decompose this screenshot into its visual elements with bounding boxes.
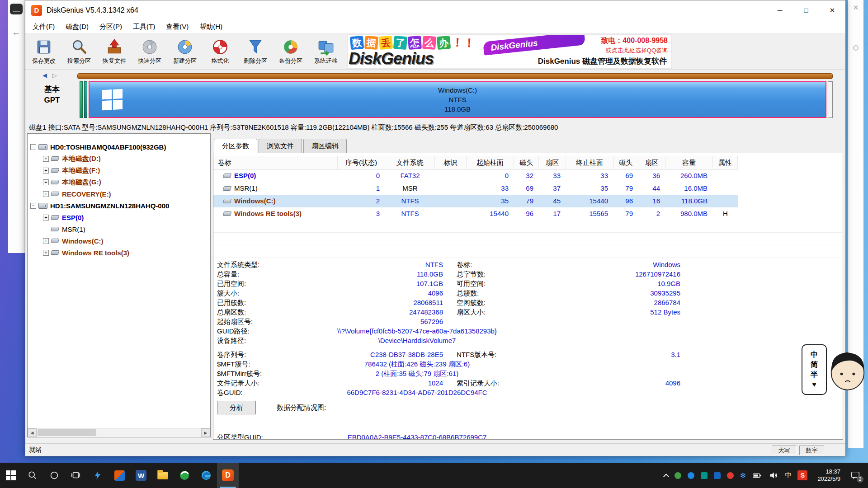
partition-type-guid-row: 分区类型GUID: EBD0A0A2-B9E5-4433-87C0-68B6B7… (213, 432, 843, 440)
pinned-app-lightning[interactable] (87, 463, 108, 488)
taskbar: W D ❄ 中 S 18:37 2022/5/9 2 (0, 463, 868, 488)
menu-file[interactable]: 文件(F) (27, 20, 60, 33)
expand-icon[interactable]: + (43, 215, 49, 221)
volume-indicator[interactable] (765, 463, 782, 488)
scroll-left-icon[interactable]: ◀ (28, 428, 37, 437)
recovery-partition-sliver[interactable] (828, 81, 833, 118)
scrollbar-thumb[interactable] (38, 429, 96, 436)
table-empty-row (213, 245, 842, 258)
esp-partition-sliver[interactable] (80, 81, 83, 118)
table-row-msr[interactable]: MSR(1) 1 MSR 33 69 37 35 79 44 16.0MB (213, 182, 738, 195)
tab-browse-files[interactable]: 浏览文件 (259, 139, 302, 153)
format-button[interactable]: 格式化 (203, 35, 238, 68)
sogou-icon: S (797, 470, 807, 480)
action-center-button[interactable]: 2 (847, 463, 863, 488)
scrollbar-track[interactable] (37, 428, 201, 437)
maximize-button[interactable]: □ (793, 0, 819, 20)
menu-disk[interactable]: 磁盘(D) (60, 20, 94, 33)
banner-qq-link[interactable]: 或点击此处选择QQ咨询 (601, 47, 668, 55)
tab-sector-edit[interactable]: 扇区编辑 (303, 139, 347, 153)
tray-app-4[interactable] (711, 463, 724, 488)
table-row-windows-re[interactable]: Windows RE tools(3) 3 NTFS 15440 96 17 1… (213, 207, 738, 220)
expand-icon[interactable]: + (43, 156, 49, 162)
tree-item-esp[interactable]: + ESP(0) (28, 211, 210, 223)
expand-icon[interactable]: + (43, 238, 49, 244)
tray-app-2[interactable] (684, 463, 698, 488)
ime-lang-button[interactable]: 中 (811, 350, 818, 359)
tray-app-1[interactable] (671, 463, 684, 488)
next-disk-icon[interactable]: ▷ (52, 72, 57, 79)
scroll-right-icon[interactable]: ▶ (201, 428, 210, 437)
tray-app-3[interactable] (698, 463, 711, 488)
menubar: 文件(F) 磁盘(D) 分区(P) 工具(T) 查看(V) 帮助(H) (25, 20, 845, 33)
diskgenius-taskbar-button[interactable]: D (217, 463, 239, 488)
battery-indicator[interactable] (749, 463, 765, 488)
expand-icon[interactable]: + (43, 179, 49, 185)
tree-item-msr[interactable]: MSR(1) (28, 223, 210, 235)
tray-snowflake[interactable]: ❄ (737, 463, 749, 488)
ad-banner[interactable]: DiskGenius 数 据 丢 了 怎 么 办 ！！ DiskGenius 致… (347, 34, 672, 69)
tree-item-windows-re[interactable]: + Windows RE tools(3) (28, 247, 210, 258)
tree-disk-hd1[interactable]: − HD1:SAMSUNGMZNLN128HAHQ-000 (28, 200, 210, 211)
tree-item-windows-c[interactable]: + Windows(C:) (28, 235, 210, 247)
tree-disk-hd0[interactable]: − HD0:TOSHIBAMQ04ABF100(932GB) (28, 141, 210, 153)
new-partition-button[interactable]: 新建分区 (167, 35, 203, 68)
minimize-button[interactable]: ─ (767, 0, 793, 20)
tree-item-local-g[interactable]: + 本地磁盘(G:) (28, 176, 210, 188)
tree-item-local-f[interactable]: + 本地磁盘(F:) (28, 164, 210, 176)
file-explorer-button[interactable] (152, 463, 174, 488)
windows-c-partition-block[interactable]: Windows(C:) NTFS 118.0GB (89, 81, 826, 118)
quick-partition-icon (141, 38, 158, 56)
analyze-button[interactable]: 分析 (217, 401, 256, 414)
diskgenius-window: D DiskGenius V5.4.3.1342 x64 ─ □ ✕ 文件(F)… (25, 0, 846, 456)
taskbar-clock[interactable]: 18:37 2022/5/9 (811, 463, 847, 488)
pinned-app-green-browser[interactable] (174, 463, 195, 488)
partition-name: Windows(C:) (438, 85, 477, 95)
system-migration-button[interactable]: 系统迁移 (308, 35, 344, 68)
start-button[interactable] (0, 463, 22, 488)
back-arrow-icon[interactable]: ← (12, 27, 21, 38)
navy-app-icon (714, 472, 721, 479)
tray-expand-button[interactable] (661, 463, 671, 488)
language-indicator[interactable]: 中 (782, 463, 794, 488)
background-close-icon[interactable]: ✕ (848, 4, 863, 12)
delete-partition-button[interactable]: 删除分区 (238, 35, 273, 68)
collapse-icon[interactable]: − (30, 144, 36, 150)
edge-button[interactable] (195, 463, 217, 488)
ime-simplified-button[interactable]: 简 (811, 360, 818, 369)
collapse-icon[interactable]: − (30, 203, 36, 209)
sogou-input-button[interactable]: S (794, 463, 811, 488)
task-view-button[interactable] (65, 463, 87, 488)
pinned-app-word[interactable]: W (130, 463, 152, 488)
ime-toolbar[interactable]: 中 简 半 ♥ (802, 344, 827, 395)
expand-icon[interactable]: + (43, 250, 49, 256)
tree-horizontal-scrollbar[interactable]: ◀ ▶ (28, 428, 210, 437)
taskbar-search-button[interactable] (22, 463, 43, 488)
menu-partition[interactable]: 分区(P) (94, 20, 127, 33)
tab-partition-params[interactable]: 分区参数 (214, 139, 257, 153)
tree-item-recovery-e[interactable]: + RECOVERY(E:) (28, 188, 210, 200)
search-partition-button[interactable]: 搜索分区 (61, 35, 97, 68)
ime-halfwidth-button[interactable]: 半 (811, 370, 818, 379)
prev-disk-icon[interactable]: ◀ (42, 72, 47, 79)
expand-icon[interactable]: + (43, 191, 49, 197)
msr-partition-sliver[interactable] (84, 81, 87, 118)
quick-partition-button[interactable]: 快速分区 (132, 35, 167, 68)
ime-heart-icon[interactable]: ♥ (812, 380, 816, 389)
cortana-button[interactable] (43, 463, 65, 488)
menu-tools[interactable]: 工具(T) (127, 20, 160, 33)
search-partition-icon (71, 38, 88, 56)
save-changes-button[interactable]: 保存更改 (26, 35, 61, 68)
menu-view[interactable]: 查看(V) (160, 20, 194, 33)
pinned-app-tile[interactable] (108, 463, 130, 488)
recover-files-button[interactable]: 恢复文件 (97, 35, 132, 68)
close-button[interactable]: ✕ (819, 0, 845, 20)
tray-app-5[interactable] (724, 463, 737, 488)
tree-item-local-d[interactable]: + 本地磁盘(D:) (28, 153, 210, 164)
table-row-esp[interactable]: ESP(0) 0 FAT32 0 32 33 33 69 36 260.0MB (213, 169, 738, 182)
speaker-icon (769, 470, 778, 480)
table-row-windows-c-selected[interactable]: Windows(C:) 2 NTFS 35 79 45 15440 96 16 … (213, 195, 738, 207)
expand-icon[interactable]: + (43, 168, 49, 174)
backup-partition-button[interactable]: 备份分区 (273, 35, 308, 68)
menu-help[interactable]: 帮助(H) (194, 20, 228, 33)
